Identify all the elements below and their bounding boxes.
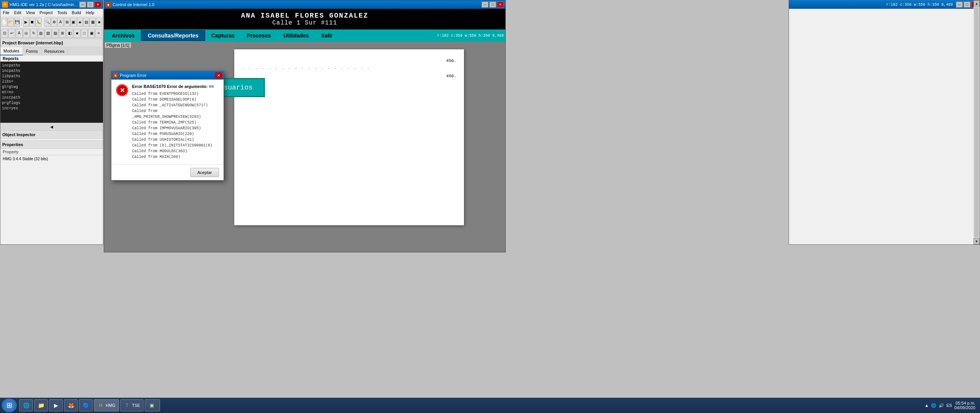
save-button[interactable]: 💾 xyxy=(14,18,20,27)
object-inspector-header[interactable]: Object Inspector xyxy=(0,130,103,139)
company-address: Calle 1 Sur #111 xyxy=(104,20,505,26)
settings-button[interactable]: ⚙ xyxy=(51,18,57,27)
taskbar: 🌐 📁 ▶ 🦊 🔵 H HMG T TSE ▣ ▲ 🌐 🔊 ES 05:54 p… xyxy=(0,398,980,413)
extra-btn5[interactable]: ▤ xyxy=(83,18,89,27)
hmg-status-bar: HMG 3.4.4 Stable (32 bits) xyxy=(0,155,103,163)
hmg-taskbar-label: HMG xyxy=(106,403,116,408)
error-dialog: ■ Program Error ✕ ✕ Error BASE/1070 Erro… xyxy=(111,71,224,180)
toolbar2-btn5[interactable]: ↻ xyxy=(30,29,37,38)
toolbar2-btn4[interactable]: ◎ xyxy=(23,29,30,38)
toolbar2-btn1[interactable]: ⊡ xyxy=(1,29,8,38)
extra-btn1[interactable]: A xyxy=(57,18,64,27)
open-button[interactable]: 📂 xyxy=(8,18,14,27)
toolbar2-btn3[interactable]: A xyxy=(16,29,23,38)
menu-salir[interactable]: Salir xyxy=(315,31,339,40)
right-maximize-btn[interactable]: □ xyxy=(964,2,970,8)
menu-help[interactable]: Help xyxy=(83,10,97,16)
menu-view[interactable]: View xyxy=(24,10,38,16)
extra-btn2[interactable]: ⊞ xyxy=(64,18,70,27)
tab-forms[interactable]: Forms xyxy=(23,47,41,55)
run-button[interactable]: ▶ xyxy=(23,18,29,27)
debug-button[interactable]: 🐛 xyxy=(36,18,42,27)
extra-btn4[interactable]: ◈ xyxy=(77,18,83,27)
right-minimize-btn[interactable]: ─ xyxy=(956,2,963,8)
properties-header[interactable]: Properties xyxy=(0,140,103,149)
main-close-button[interactable]: ✕ xyxy=(497,2,504,8)
main-minimize-button[interactable]: ─ xyxy=(482,2,488,8)
property-label: Property xyxy=(0,149,103,155)
toolbar2-btn14[interactable]: ≡ xyxy=(95,29,102,38)
error-body: ✕ Error BASE/1070 Error de argumento: ==… xyxy=(111,80,224,164)
error-close-button[interactable]: ✕ xyxy=(215,72,222,78)
menu-utilidades[interactable]: Utilidades xyxy=(277,31,315,40)
toolbar-separator-2 xyxy=(43,18,43,26)
menu-tools[interactable]: Tools xyxy=(55,10,70,16)
stop-button[interactable]: ⏹ xyxy=(29,18,36,27)
menu-consultas-reportes[interactable]: Consultas/Reportes xyxy=(141,30,205,41)
receipt-row-2: 450. xyxy=(242,72,456,80)
new-button[interactable]: 📄 xyxy=(1,18,7,27)
code-line-2: incpaths xyxy=(2,68,101,74)
stack-line-11: Called from MAIN(209) xyxy=(132,154,219,160)
scroll-down-arrow[interactable]: ▼ xyxy=(973,238,980,244)
toolbar2-btn10[interactable]: ◧ xyxy=(66,29,73,38)
stack-line-9: Called from (b)_INITSTATICS00001(0) xyxy=(132,143,219,148)
error-titlebar: ■ Program Error ✕ xyxy=(111,71,224,80)
tray-clock[interactable]: 05:54 p.m. 04/09/2020 xyxy=(954,401,975,410)
taskbar-folder-icon[interactable]: 📁 xyxy=(34,399,48,411)
taskbar-hmg-button[interactable]: H HMG xyxy=(94,399,119,411)
toolbar2-btn7[interactable]: ▧ xyxy=(45,29,52,38)
menu-file[interactable]: File xyxy=(0,10,12,16)
extra-btn3[interactable]: ▣ xyxy=(70,18,77,27)
tse-taskbar-label: TSE xyxy=(132,403,140,408)
project-browser-header[interactable]: Project Browser [internet.hbp] xyxy=(0,39,103,47)
toolbar2-btn8[interactable]: ▨ xyxy=(52,29,59,38)
maximize-button[interactable]: □ xyxy=(87,2,94,8)
receipt-row-1: 450. xyxy=(242,57,456,65)
scroll-thumb[interactable] xyxy=(974,7,979,237)
tray-network[interactable]: 🌐 xyxy=(931,403,936,408)
toolbar2-btn9[interactable]: ⊞ xyxy=(59,29,66,38)
receipt-content: 450. - - - - - - - - - - - - - - - - - -… xyxy=(234,49,464,88)
taskbar-extra-button[interactable]: ▣ xyxy=(145,399,160,411)
toolbar2-btn6[interactable]: ▥ xyxy=(38,29,44,38)
menu-capturas[interactable]: Capturas xyxy=(205,31,241,40)
menu-archivos[interactable]: Archivos xyxy=(106,31,141,40)
start-button[interactable] xyxy=(2,398,17,412)
aceptar-button[interactable]: Aceptar xyxy=(190,168,219,177)
taskbar-tse-button[interactable]: T TSE xyxy=(120,399,144,411)
main-maximize-button[interactable]: □ xyxy=(489,2,496,8)
tab-resources[interactable]: Resources xyxy=(41,47,68,55)
toolbar2-btn2[interactable]: ↩ xyxy=(8,29,15,38)
menu-build[interactable]: Build xyxy=(69,10,83,16)
menu-project[interactable]: Project xyxy=(37,10,55,16)
hmg-menubar: File Edit View Project Tools Build Help xyxy=(0,9,103,16)
code-editor[interactable]: incpaths incpaths libpaths libs= gt=gtwg… xyxy=(0,62,103,123)
right-scrollbar[interactable]: ▲ ▼ xyxy=(973,0,980,244)
extra-btn7[interactable]: ■ xyxy=(96,18,102,27)
tray-show-hidden[interactable]: ▲ xyxy=(924,403,929,408)
taskbar-firefox-icon[interactable]: 🦊 xyxy=(64,399,78,411)
taskbar-chrome-icon[interactable]: 🔵 xyxy=(79,399,93,411)
close-button[interactable]: ✕ xyxy=(95,2,101,8)
taskbar-media-icon[interactable]: ▶ xyxy=(49,399,63,411)
system-tray: ▲ 🌐 🔊 ES 05:54 p.m. 04/09/2020 xyxy=(924,401,978,410)
extra-btn6[interactable]: ▦ xyxy=(90,18,96,27)
tray-volume[interactable]: 🔊 xyxy=(939,403,944,408)
panel-collapse-btn[interactable]: ◄ xyxy=(0,123,103,130)
tab-modules[interactable]: Modules xyxy=(0,47,23,55)
error-main-message: Error BASE/1070 Error de argumento: == xyxy=(132,84,219,89)
menu-procesos[interactable]: Procesos xyxy=(241,31,277,40)
app-header: ANA ISABEL FLORES GONZALEZ Calle 1 Sur #… xyxy=(104,9,505,29)
find-button[interactable]: 🔍 xyxy=(44,18,51,27)
toolbar2-btn13[interactable]: ▣ xyxy=(88,29,95,38)
scroll-up-arrow[interactable]: ▲ xyxy=(973,0,980,7)
toolbar2-btn12[interactable]: □ xyxy=(81,29,88,38)
hmg-toolbar: 📄 📂 💾 ▶ ⏹ 🐛 🔍 ⚙ A ⊞ ▣ ◈ ▤ ▦ ■ xyxy=(0,16,103,28)
reports-label: Reports xyxy=(0,55,103,62)
toolbar2-btn11[interactable]: ■ xyxy=(74,29,80,38)
tray-language[interactable]: ES xyxy=(946,403,952,408)
minimize-button[interactable]: ─ xyxy=(79,2,86,8)
menu-edit[interactable]: Edit xyxy=(12,10,24,16)
taskbar-ie-icon[interactable]: 🌐 xyxy=(19,399,33,411)
